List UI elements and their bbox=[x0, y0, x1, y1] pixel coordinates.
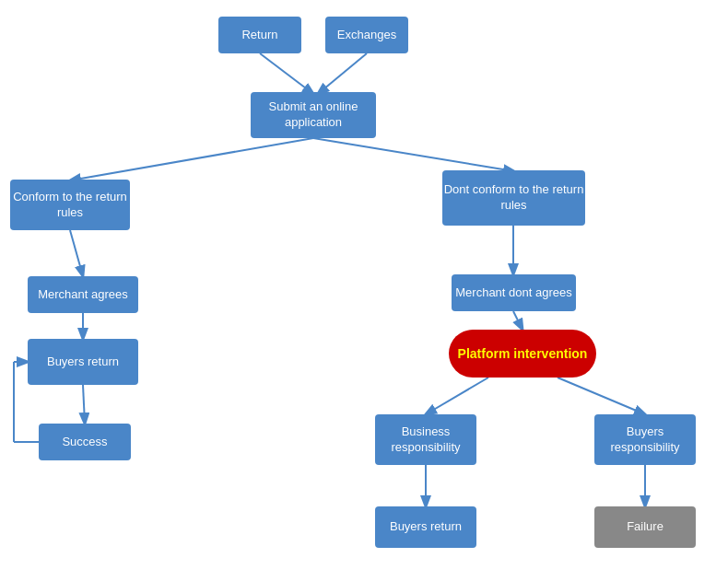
failure-node: Failure bbox=[594, 506, 696, 548]
exchanges-node: Exchanges bbox=[325, 17, 408, 53]
buyers-return-left-node: Buyers return bbox=[28, 339, 138, 385]
svg-line-12 bbox=[426, 378, 488, 414]
business-resp-node: Business responsibility bbox=[375, 414, 476, 465]
svg-line-2 bbox=[70, 138, 313, 180]
svg-line-11 bbox=[513, 311, 523, 330]
platform-intervention-node: Platform intervention bbox=[449, 330, 596, 378]
notconform-node: Dont conform to the return rules bbox=[442, 170, 585, 226]
svg-line-13 bbox=[558, 378, 645, 414]
success-node: Success bbox=[39, 424, 131, 460]
svg-line-0 bbox=[260, 53, 313, 94]
merchant-agrees-node: Merchant agrees bbox=[28, 276, 138, 313]
svg-line-3 bbox=[313, 138, 514, 171]
svg-line-6 bbox=[83, 385, 85, 424]
buyers-resp-node: Buyers responsibility bbox=[594, 414, 696, 465]
flowchart-diagram: Return Exchanges Submit an online applic… bbox=[0, 0, 728, 581]
submit-node: Submit an online application bbox=[251, 92, 376, 138]
buyers-return-right-node: Buyers return bbox=[375, 506, 476, 548]
svg-line-4 bbox=[70, 230, 83, 276]
merchant-not-node: Merchant dont agrees bbox=[452, 274, 576, 311]
conform-node: Conform to the return rules bbox=[10, 180, 130, 230]
svg-line-1 bbox=[318, 53, 367, 94]
return-node: Return bbox=[218, 17, 301, 53]
